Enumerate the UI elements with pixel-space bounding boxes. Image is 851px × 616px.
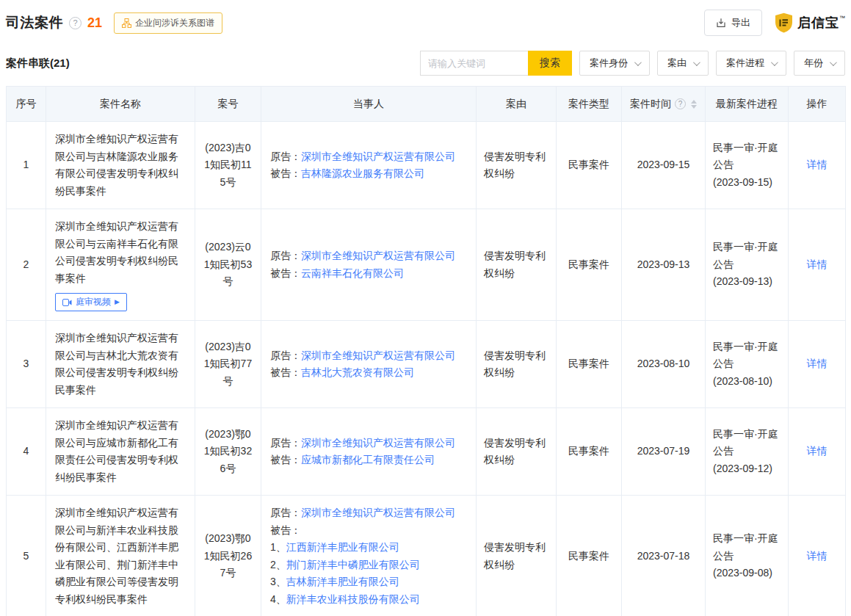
defendant-label: 被告： (270, 524, 301, 536)
litigation-graph-button[interactable]: 企业间涉诉关系图谱 (114, 12, 222, 34)
company-link[interactable]: 应城市新都化工有限责任公司 (301, 454, 435, 465)
cell-parties: 原告：深圳市全维知识产权运营有限公司被告：应城市新都化工有限责任公司 (261, 408, 477, 496)
cell-case-no: (2023)鄂01知民初326号 (195, 408, 261, 496)
org-chart-icon (122, 18, 131, 28)
detail-link[interactable]: 详情 (807, 445, 828, 457)
progress-text: 民事一审·开庭公告 (713, 530, 781, 565)
progress-text: 民事一审·开庭公告 (713, 139, 781, 174)
filter-buttons: 案件身份案由案件进程年份 (572, 51, 845, 76)
col-header-index: 序号 (7, 87, 46, 122)
company-link[interactable]: 吉林新洋丰肥业有限公司 (286, 576, 399, 587)
help-icon[interactable]: ? (69, 17, 82, 29)
cell-case-no: (2023)吉01知民初115号 (195, 122, 261, 209)
cell-index: 3 (7, 321, 46, 408)
section-title: 案件串联(21) (6, 57, 70, 70)
case-time-label: 案件时间 (630, 98, 671, 109)
export-button[interactable]: 导出 (704, 10, 762, 36)
table-header-row: 序号 案件名称 案号 当事人 案由 案件类型 案件时间? 最新案件进程 操作 (7, 87, 846, 122)
chevron-down-icon (771, 59, 778, 66)
company-link[interactable]: 新洋丰农业科技股份有限公司 (286, 593, 420, 605)
table-row: 5深圳市全维知识产权运营有限公司与新洋丰农业科技股份有限公司、江西新洋丰肥业有限… (7, 496, 846, 616)
cell-cause: 侵害发明专利权纠纷 (477, 122, 557, 209)
case-name: 深圳市全维知识产权运营有限公司与应城市新都化工有限责任公司侵害发明专利权纠纷民事… (55, 417, 186, 486)
progress-date: (2023-08-10) (713, 373, 781, 391)
case-name: 深圳市全维知识产权运营有限公司与云南祥丰石化有限公司侵害发明专利权纠纷民事案件 (55, 218, 186, 287)
litigation-graph-label: 企业间涉诉关系图谱 (135, 17, 214, 29)
case-time-help-icon[interactable]: ? (675, 98, 686, 109)
cell-case-no: (2023)云01知民初53号 (195, 209, 261, 321)
filter-dropdown-1[interactable]: 案由 (657, 51, 709, 76)
company-link[interactable]: 吉林北大荒农资有限公司 (301, 366, 414, 378)
brand-trademark: ™ (839, 15, 845, 21)
cell-case-time: 2023-07-18 (622, 496, 706, 616)
chevron-down-icon (634, 59, 642, 66)
plaintiff-label: 原告： (270, 437, 301, 449)
cell-case-name: 深圳市全维知识产权运营有限公司与云南祥丰石化有限公司侵害发明专利权纠纷民事案件庭… (46, 209, 195, 321)
filter-dropdown-0[interactable]: 案件身份 (579, 51, 650, 76)
cell-case-name: 深圳市全维知识产权运营有限公司与应城市新都化工有限责任公司侵害发明专利权纠纷民事… (46, 408, 195, 496)
cell-parties: 原告：深圳市全维知识产权运营有限公司被告：吉林北大荒农资有限公司 (261, 321, 477, 408)
cell-case-name: 深圳市全维知识产权运营有限公司与吉林隆源农业服务有限公司侵害发明专利权纠纷民事案… (46, 122, 195, 209)
col-header-case-type: 案件类型 (557, 87, 622, 122)
company-link[interactable]: 荆门新洋丰中磷肥业有限公司 (286, 559, 420, 570)
detail-link[interactable]: 详情 (807, 258, 828, 270)
cell-progress: 民事一审·开庭公告(2023-09-08) (706, 496, 789, 616)
filter-dropdown-2[interactable]: 案件进程 (716, 51, 786, 76)
detail-link[interactable]: 详情 (807, 358, 828, 369)
filter-label: 年份 (804, 57, 823, 70)
company-link[interactable]: 云南祥丰石化有限公司 (301, 267, 404, 279)
case-count-badge: 21 (87, 15, 102, 31)
cell-action: 详情 (789, 496, 846, 616)
defendant-number: 1、 (270, 541, 286, 553)
sort-icon[interactable] (691, 100, 697, 109)
table-row: 3深圳市全维知识产权运营有限公司与吉林北大荒农资有限公司侵害发明专利权纠纷民事案… (7, 321, 846, 408)
export-label: 导出 (731, 16, 750, 29)
progress-text: 民事一审·开庭公告 (713, 338, 781, 373)
chevron-down-icon (830, 59, 837, 66)
company-link[interactable]: 江西新洋丰肥业有限公司 (286, 541, 399, 553)
cell-action: 详情 (789, 122, 846, 209)
company-link[interactable]: 吉林隆源农业服务有限公司 (301, 167, 424, 179)
search-button[interactable]: 搜索 (528, 51, 572, 76)
defendant-number: 2、 (270, 559, 286, 570)
progress-date: (2023-09-13) (713, 273, 781, 291)
company-link[interactable]: 深圳市全维知识产权运营有限公司 (301, 437, 455, 449)
filter-toolbar: 案件串联(21) 搜索 案件身份案由案件进程年份 (6, 50, 845, 76)
cell-case-time: 2023-09-15 (622, 122, 706, 209)
filter-dropdown-3[interactable]: 年份 (794, 51, 845, 76)
detail-link[interactable]: 详情 (807, 159, 828, 170)
search-input[interactable] (420, 51, 528, 76)
court-video-label: 庭审视频 (76, 296, 111, 308)
cell-progress: 民事一审·开庭公告(2023-08-10) (706, 321, 789, 408)
plaintiff-label: 原告： (270, 250, 301, 261)
court-video-button[interactable]: 庭审视频▶ (55, 293, 127, 311)
col-header-parties: 当事人 (261, 87, 477, 122)
cell-case-name: 深圳市全维知识产权运营有限公司与新洋丰农业科技股份有限公司、江西新洋丰肥业有限公… (46, 496, 195, 616)
defendant-label: 被告： (270, 167, 301, 179)
play-icon: ▶ (115, 299, 120, 305)
defendant-label: 被告： (270, 454, 301, 465)
progress-date: (2023-09-15) (713, 174, 781, 192)
brand-logo: 启信宝 ™ (774, 12, 845, 33)
cell-progress: 民事一审·开庭公告(2023-09-15) (706, 122, 789, 209)
cell-case-time: 2023-07-19 (622, 408, 706, 496)
cell-action: 详情 (789, 408, 846, 496)
detail-link[interactable]: 详情 (807, 550, 828, 562)
cell-case-name: 深圳市全维知识产权运营有限公司与吉林北大荒农资有限公司侵害发明专利权纠纷民事案件 (46, 321, 195, 408)
col-header-case-no: 案号 (195, 87, 261, 122)
top-bar: 司法案件 ? 21 企业间涉诉关系图谱 导出 (6, 7, 845, 38)
company-link[interactable]: 深圳市全维知识产权运营有限公司 (301, 507, 455, 518)
plaintiff-label: 原告： (270, 507, 301, 518)
company-link[interactable]: 深圳市全维知识产权运营有限公司 (301, 250, 455, 261)
progress-date: (2023-09-08) (713, 565, 781, 582)
company-link[interactable]: 深圳市全维知识产权运营有限公司 (301, 151, 455, 162)
progress-text: 民事一审·开庭公告 (713, 239, 781, 273)
defendant-number: 3、 (270, 576, 286, 587)
col-header-case-time: 案件时间? (622, 87, 706, 122)
company-link[interactable]: 深圳市全维知识产权运营有限公司 (301, 349, 455, 361)
cell-progress: 民事一审·开庭公告(2023-09-12) (706, 408, 789, 496)
table-row: 4深圳市全维知识产权运营有限公司与应城市新都化工有限责任公司侵害发明专利权纠纷民… (7, 408, 846, 496)
filter-label: 案件身份 (590, 57, 628, 70)
cell-case-time: 2023-08-10 (622, 321, 706, 408)
cell-case-type: 民事案件 (557, 496, 622, 616)
